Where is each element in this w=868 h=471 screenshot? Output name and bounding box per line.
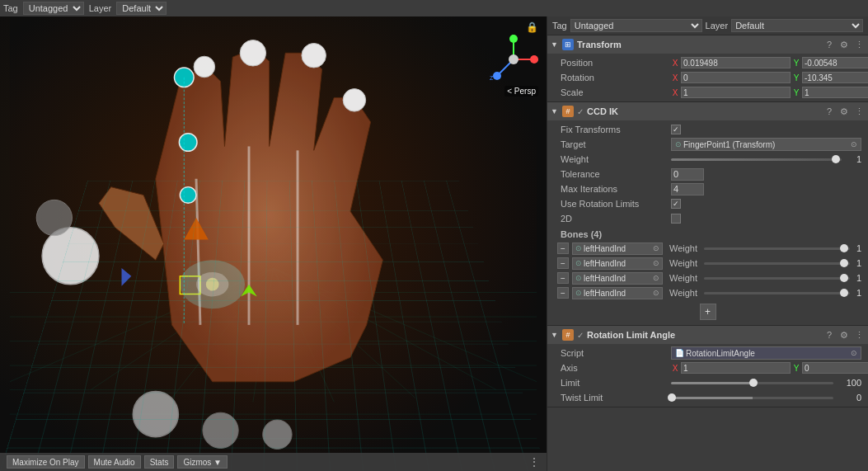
limit-slider-group: 100 xyxy=(671,378,861,388)
rla-help-icon[interactable]: ? xyxy=(823,330,835,340)
target-label: Target xyxy=(561,139,668,149)
x-axis-label: X xyxy=(671,59,679,68)
bone-3-slider-thumb xyxy=(840,289,848,297)
viewport[interactable]: 🔒 X Y Z < Persp Maximize On xyxy=(0,16,547,471)
rla-settings-icon[interactable]: ⚙ xyxy=(838,330,850,341)
bone-2-link[interactable]: ⊙ xyxy=(653,274,659,282)
ccd-ik-icon: # xyxy=(562,106,574,117)
bone-0-remove-btn[interactable]: − xyxy=(557,243,569,254)
transform-header[interactable]: ▼ ⊞ Transform ? ⚙ ⋮ xyxy=(547,35,868,54)
bone-3-slider[interactable] xyxy=(704,292,850,294)
twist-limit-slider[interactable] xyxy=(671,397,833,399)
main-content: 🔒 X Y Z < Persp Maximize On xyxy=(0,16,868,471)
gizmos-button[interactable]: Gizmos ▼ xyxy=(177,455,228,469)
rotation-y-input[interactable] xyxy=(802,72,868,83)
target-row: Target ⊙ FingerPoint1 (Transform) ⊙ xyxy=(547,137,868,152)
scale-x-label: X xyxy=(671,88,679,97)
ccd-ik-component: ▼ # ✓ CCD IK ? ⚙ ⋮ Fix Transforms Targ xyxy=(547,102,868,326)
scale-row: Scale X Y Z xyxy=(547,85,868,100)
weight-slider[interactable] xyxy=(671,158,842,161)
bone-0-field[interactable]: ⊙ leftHandInd ⊙ xyxy=(572,243,663,255)
ccd-ik-collapse-arrow: ▼ xyxy=(551,107,559,115)
ccd-ik-enable-check[interactable]: ✓ xyxy=(577,107,584,116)
rla-menu-icon[interactable]: ⋮ xyxy=(853,330,865,341)
viewport-bottom-bar: Maximize On Play Mute Audio Stats Gizmos… xyxy=(0,453,547,471)
max-iterations-input[interactable] xyxy=(671,183,704,195)
target-field-link[interactable]: ⊙ xyxy=(851,140,857,148)
bone-3-field[interactable]: ⊙ leftHandInd ⊙ xyxy=(572,287,663,299)
rotation-limit-header[interactable]: ▼ # ✓ Rotation Limit Angle ? ⚙ ⋮ xyxy=(547,326,868,344)
transform-menu-icon[interactable]: ⋮ xyxy=(853,40,865,50)
svg-text:X: X xyxy=(536,57,538,63)
axis-label: Axis xyxy=(561,363,668,373)
ccd-ik-settings-icon[interactable]: ⚙ xyxy=(838,106,850,117)
bone-1-slider-thumb xyxy=(840,259,848,267)
bone-2-field[interactable]: ⊙ leftHandInd ⊙ xyxy=(572,272,663,285)
tolerance-input[interactable] xyxy=(671,168,704,181)
bone-0-link[interactable]: ⊙ xyxy=(653,244,659,252)
transform-help-icon[interactable]: ? xyxy=(823,40,835,49)
axis-y-input[interactable] xyxy=(802,362,868,374)
bone-2-slider[interactable] xyxy=(704,277,850,280)
axis-x-field: X xyxy=(671,362,791,374)
bone-1-link[interactable]: ⊙ xyxy=(653,259,659,267)
scale-y-input[interactable] xyxy=(802,87,868,98)
rot-y-label: Y xyxy=(792,73,800,82)
svg-point-24 xyxy=(194,56,215,78)
use-rotation-row: Use Rotation Limits xyxy=(547,196,868,211)
2d-checkbox[interactable] xyxy=(671,214,681,224)
axis-y-label: Y xyxy=(792,364,800,373)
scale-y-field: Y xyxy=(792,87,868,98)
bone-3-weight-val: 1 xyxy=(856,288,861,298)
transform-settings-icon[interactable]: ⚙ xyxy=(838,40,850,50)
bone-3-link[interactable]: ⊙ xyxy=(653,289,659,297)
limit-label: Limit xyxy=(561,378,668,388)
use-rotation-checkbox[interactable] xyxy=(671,199,681,209)
bone-2-weight-label: Weight xyxy=(669,273,697,283)
bone-1-icon: ⊙ xyxy=(575,259,582,267)
rotation-x-input[interactable] xyxy=(681,72,791,83)
maximize-on-play-button[interactable]: Maximize On Play xyxy=(7,455,85,469)
bone-1-field[interactable]: ⊙ leftHandInd ⊙ xyxy=(572,257,663,270)
more-options-icon[interactable]: ⋮ xyxy=(528,455,540,469)
axis-x-input[interactable] xyxy=(681,362,791,374)
script-field-text: RotationLimitAngle xyxy=(686,349,849,358)
fix-transforms-checkbox[interactable] xyxy=(671,125,681,134)
mute-audio-button[interactable]: Mute Audio xyxy=(88,455,141,469)
layer-select[interactable]: Default xyxy=(116,2,167,15)
position-x-input[interactable] xyxy=(681,57,791,68)
bone-3-remove-btn[interactable]: − xyxy=(557,287,569,299)
bone-1-remove-btn[interactable]: − xyxy=(557,257,569,269)
script-field-link[interactable]: ⊙ xyxy=(851,349,857,357)
rla-title: Rotation Limit Angle xyxy=(587,330,820,340)
script-object-field[interactable]: 📄 RotationLimitAngle ⊙ xyxy=(671,346,861,360)
gizmo-icon: X Y Z xyxy=(489,35,538,84)
rla-header-icons: ? ⚙ ⋮ xyxy=(823,330,865,341)
rla-enable-check[interactable]: ✓ xyxy=(577,331,584,340)
rla-collapse-arrow: ▼ xyxy=(551,331,559,339)
tag-dropdown[interactable]: Untagged xyxy=(570,19,702,32)
add-bone-button[interactable]: + xyxy=(700,304,716,320)
limit-slider[interactable] xyxy=(671,382,833,384)
lock-icon[interactable]: 🔒 xyxy=(526,21,538,33)
ccd-ik-header[interactable]: ▼ # ✓ CCD IK ? ⚙ ⋮ xyxy=(547,102,868,120)
bone-0-text: leftHandInd xyxy=(584,244,651,253)
position-y-input[interactable] xyxy=(802,57,868,68)
ccd-ik-menu-icon[interactable]: ⋮ xyxy=(853,106,865,117)
transform-component: ▼ ⊞ Transform ? ⚙ ⋮ Position X xyxy=(547,35,868,102)
bone-2-remove-btn[interactable]: − xyxy=(557,272,569,284)
scale-x-input[interactable] xyxy=(681,87,791,98)
grid-overlay xyxy=(0,181,547,471)
tag-select[interactable]: Untagged xyxy=(23,2,84,15)
ccd-ik-body: Fix Transforms Target ⊙ FingerPoint1 (Tr… xyxy=(547,120,868,325)
ccd-ik-help-icon[interactable]: ? xyxy=(823,106,835,116)
stats-button[interactable]: Stats xyxy=(144,455,175,469)
layer-dropdown[interactable]: Default xyxy=(731,19,863,32)
bone-0-slider-thumb xyxy=(840,244,848,252)
bone-0-slider[interactable] xyxy=(704,247,850,250)
target-object-field[interactable]: ⊙ FingerPoint1 (Transform) ⊙ xyxy=(671,138,861,151)
rla-icon: # xyxy=(562,329,574,341)
rla-body: Script 📄 RotationLimitAngle ⊙ Axis X xyxy=(547,344,868,407)
svg-text:Y: Y xyxy=(511,35,515,38)
bone-1-slider[interactable] xyxy=(704,262,850,265)
